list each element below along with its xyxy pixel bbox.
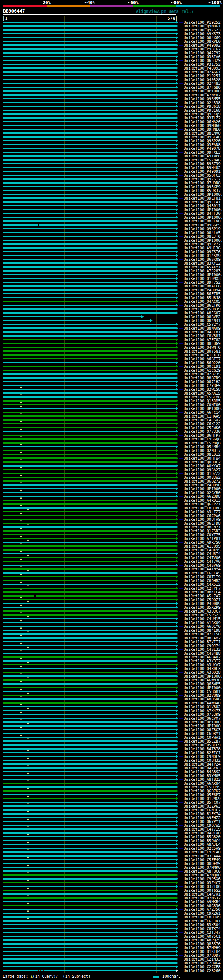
alignment-bar[interactable]: [3, 580, 176, 581]
alignment-bar[interactable]: [3, 22, 176, 23]
alignment-bar[interactable]: [3, 840, 176, 841]
alignment-bar[interactable]: [3, 64, 176, 65]
alignment-bar[interactable]: [3, 404, 176, 405]
alignment-bar[interactable]: [3, 335, 176, 337]
alignment-bar[interactable]: [3, 714, 176, 715]
alignment-bar[interactable]: [3, 320, 150, 321]
alignment-bar[interactable]: [3, 561, 176, 562]
alignment-bar[interactable]: [3, 33, 176, 34]
alignment-bar[interactable]: [3, 668, 176, 669]
alignment-bar[interactable]: [3, 626, 176, 627]
alignment-bar[interactable]: [3, 637, 176, 639]
alignment-bar[interactable]: [3, 358, 176, 360]
alignment-bar[interactable]: [3, 622, 176, 623]
alignment-bar[interactable]: [3, 431, 176, 432]
alignment-bar[interactable]: [3, 958, 176, 960]
alignment-bar[interactable]: [3, 760, 176, 761]
alignment-bar[interactable]: [3, 710, 176, 711]
alignment-bar[interactable]: [3, 698, 176, 700]
alignment-bar[interactable]: [3, 702, 176, 704]
alignment-bar[interactable]: [3, 87, 176, 88]
alignment-bar[interactable]: [3, 178, 176, 180]
alignment-bar[interactable]: [3, 91, 176, 92]
alignment-bar[interactable]: [3, 790, 176, 792]
alignment-bar[interactable]: [3, 293, 176, 294]
alignment-bar[interactable]: [3, 350, 176, 352]
alignment-bar[interactable]: [3, 718, 176, 719]
alignment-bar[interactable]: [3, 802, 176, 803]
alignment-bar[interactable]: [3, 656, 176, 658]
alignment-bar[interactable]: [3, 132, 176, 134]
alignment-bar[interactable]: [3, 423, 176, 425]
alignment-bar[interactable]: [3, 148, 176, 149]
alignment-bar[interactable]: [3, 809, 176, 811]
alignment-bar[interactable]: [3, 373, 176, 375]
alignment-bar[interactable]: [3, 396, 176, 398]
alignment-bar[interactable]: [3, 41, 176, 42]
alignment-bar[interactable]: [3, 251, 176, 252]
alignment-bar[interactable]: [3, 309, 176, 310]
alignment-bar[interactable]: [3, 197, 176, 199]
alignment-bar[interactable]: [3, 595, 176, 597]
alignment-bar[interactable]: [3, 201, 176, 203]
alignment-bar[interactable]: [3, 389, 176, 390]
alignment-bar[interactable]: [3, 530, 176, 531]
alignment-bar[interactable]: [3, 683, 176, 684]
alignment-bar[interactable]: [3, 289, 176, 291]
alignment-bar[interactable]: [3, 576, 176, 578]
alignment-bar[interactable]: [3, 83, 176, 84]
alignment-bar[interactable]: [3, 962, 176, 964]
alignment-bar[interactable]: [3, 136, 176, 138]
alignment-bar[interactable]: [3, 427, 176, 428]
alignment-bar[interactable]: [3, 240, 176, 241]
alignment-bar[interactable]: [3, 236, 176, 237]
alignment-bar[interactable]: [3, 450, 176, 451]
alignment-bar[interactable]: [3, 821, 176, 822]
alignment-bar[interactable]: [3, 155, 176, 157]
alignment-bar[interactable]: [3, 893, 176, 895]
alignment-bar[interactable]: [3, 282, 176, 283]
alignment-bar[interactable]: [3, 748, 176, 749]
alignment-bar[interactable]: [3, 913, 176, 914]
alignment-bar[interactable]: [3, 584, 176, 585]
alignment-bar[interactable]: [3, 572, 176, 574]
alignment-bar[interactable]: [3, 343, 176, 344]
alignment-bar[interactable]: [3, 67, 176, 69]
alignment-bar[interactable]: [3, 29, 176, 30]
alignment-bar[interactable]: [3, 48, 176, 50]
alignment-bar[interactable]: [3, 266, 176, 268]
alignment-bar[interactable]: [3, 151, 176, 153]
alignment-bar[interactable]: [3, 110, 176, 111]
alignment-bar[interactable]: [3, 534, 176, 535]
alignment-bar[interactable]: [3, 75, 176, 76]
alignment-bar[interactable]: [3, 25, 176, 27]
alignment-bar[interactable]: [3, 232, 176, 233]
alignment-bar[interactable]: [3, 725, 176, 727]
alignment-bar[interactable]: [3, 366, 176, 367]
alignment-bar[interactable]: [3, 106, 176, 107]
alignment-bar[interactable]: [3, 347, 176, 348]
alignment-bar[interactable]: [3, 339, 176, 340]
alignment-bar[interactable]: [3, 415, 176, 417]
alignment-bar[interactable]: [3, 649, 176, 650]
alignment-bar[interactable]: [3, 848, 176, 849]
alignment-bar[interactable]: [3, 587, 176, 589]
alignment-bar[interactable]: [3, 270, 176, 272]
alignment-bar[interactable]: [3, 274, 176, 275]
alignment-bar[interactable]: [3, 641, 176, 643]
alignment-bar[interactable]: [3, 461, 176, 463]
alignment-bar[interactable]: [3, 354, 176, 356]
alignment-bar[interactable]: [3, 867, 176, 868]
alignment-bar[interactable]: [3, 442, 176, 444]
alignment-bar[interactable]: [3, 645, 176, 646]
alignment-bar[interactable]: [3, 285, 176, 287]
alignment-bar[interactable]: [3, 557, 176, 558]
alignment-bar[interactable]: [3, 836, 176, 837]
alignment-bar[interactable]: [3, 935, 176, 937]
alignment-bar[interactable]: [3, 756, 176, 757]
alignment-bar[interactable]: [3, 125, 176, 126]
alignment-bar[interactable]: [3, 607, 176, 608]
alignment-bar[interactable]: [3, 855, 176, 857]
alignment-bar[interactable]: [3, 687, 176, 688]
alignment-bar[interactable]: [3, 213, 176, 214]
